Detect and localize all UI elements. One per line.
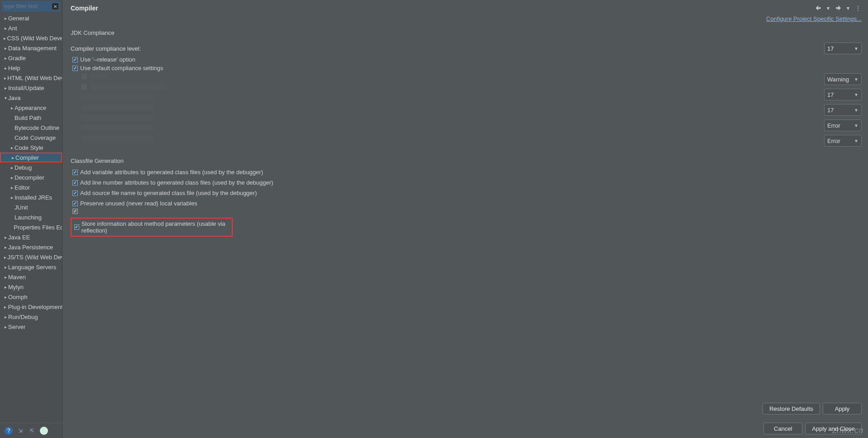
project-settings-link[interactable]: Configure Project Specific Settings...: [766, 15, 862, 22]
tree-item-run-debug[interactable]: ▸Run/Debug: [0, 312, 62, 322]
store-method-params-check[interactable]: ✓ Store information about method paramet…: [74, 220, 229, 234]
chevron-down-icon: ▼: [854, 108, 858, 113]
expand-icon: ▸: [9, 185, 14, 190]
tree-item-java-persistence[interactable]: ▸Java Persistence: [0, 242, 62, 252]
checkbox-icon: ✓: [72, 190, 78, 196]
tree-item-label: Code Coverage: [14, 134, 56, 141]
forward-menu-icon[interactable]: ▾: [844, 5, 852, 12]
dropdown-value: Warning: [827, 76, 852, 83]
back-menu-icon[interactable]: ▾: [825, 5, 832, 12]
tree-item-ant[interactable]: ▸Ant: [0, 23, 62, 33]
checkbox-icon: ✓: [72, 66, 78, 71]
classfile-check-1[interactable]: ✓Add line number attributes to generated…: [71, 179, 862, 186]
footer-button-bar: Cancel Apply and Close: [71, 414, 862, 434]
tree-item-bytecode-outline[interactable]: Bytecode Outline: [0, 123, 62, 133]
tree-item-label: Build Path: [14, 114, 41, 121]
checkbox-icon: ✓: [74, 224, 79, 230]
expand-icon: ▸: [3, 76, 7, 81]
preferences-tree[interactable]: ▸General▸Ant▸CSS (Wild Web Developm▸Data…: [0, 13, 62, 423]
filter-box[interactable]: ✕: [2, 1, 60, 12]
compliance-level-dropdown[interactable]: 17 ▼: [824, 43, 862, 54]
expand-icon: ▸: [3, 26, 8, 31]
forward-icon[interactable]: 🡲: [834, 5, 842, 12]
tree-item-label: Bytecode Outline: [14, 124, 59, 131]
tree-item-language-servers[interactable]: ▸Language Servers: [0, 262, 62, 272]
tree-item-label: Help: [8, 65, 20, 71]
tree-item-java[interactable]: ▾Java: [0, 93, 62, 103]
expand-icon: ▸: [3, 275, 8, 280]
tree-item-label: Properties Files Edito: [14, 224, 62, 231]
tree-item-install-update[interactable]: ▸Install/Update: [0, 83, 62, 93]
back-icon[interactable]: 🡰: [815, 5, 822, 12]
apply-button[interactable]: Apply: [823, 403, 862, 414]
tree-item-code-coverage[interactable]: Code Coverage: [0, 133, 62, 143]
tree-item-editor[interactable]: ▸Editor: [0, 182, 62, 192]
expand-icon: ▸: [3, 255, 7, 260]
view-menu-icon[interactable]: ⋮: [854, 5, 862, 12]
tree-item-debug[interactable]: ▸Debug: [0, 162, 62, 172]
release-option-check[interactable]: ✓ Use '--release' option: [71, 56, 862, 63]
default-settings-check[interactable]: ✓ Use default compliance settings: [71, 65, 862, 71]
check-label: Add source file name to generated class …: [80, 190, 257, 196]
tree-item-plug-in-development[interactable]: ▸Plug-in Development: [0, 302, 62, 312]
tree-item-label: Code Style: [14, 144, 43, 151]
help-icon[interactable]: ?: [5, 427, 13, 435]
tree-item-appearance[interactable]: ▸Appearance: [0, 103, 62, 113]
oomph-icon[interactable]: [40, 427, 48, 435]
tree-item-code-style[interactable]: ▸Code Style: [0, 143, 62, 152]
tree-item-label: HTML (Wild Web Develo: [7, 75, 62, 81]
classfile-section: Classfile Generation ✓Add variable attri…: [71, 157, 862, 237]
tree-item-properties-files-edito[interactable]: Properties Files Edito: [0, 222, 62, 232]
tree-item-mylyn[interactable]: ▸Mylyn: [0, 282, 62, 292]
dropdown-value: Error: [827, 138, 852, 144]
tree-item-label: General: [8, 15, 29, 22]
tree-item-maven[interactable]: ▸Maven: [0, 272, 62, 282]
tree-item-build-path[interactable]: Build Path: [0, 113, 62, 123]
disabled-dropdown-4: Error▼: [824, 135, 862, 147]
tree-item-decompiler[interactable]: ▸Decompiler: [0, 172, 62, 182]
restore-defaults-button[interactable]: Restore Defaults: [762, 403, 820, 414]
tree-item-installed-jres[interactable]: ▸Installed JREs: [0, 192, 62, 202]
chevron-down-icon: ▼: [854, 92, 858, 97]
blank-check[interactable]: ✓: [71, 209, 862, 214]
tree-item-label: Run/Debug: [8, 314, 38, 320]
tree-item-server[interactable]: ▸Server: [0, 322, 62, 332]
export-icon[interactable]: ⇱: [28, 427, 36, 435]
expand-icon: ▸: [3, 265, 8, 270]
tree-item-general[interactable]: ▸General: [0, 13, 62, 23]
expand-icon: ▸: [10, 155, 15, 160]
checkbox-icon: ✓: [72, 180, 78, 186]
jdk-heading: JDK Compliance: [71, 29, 862, 36]
store-method-params-highlight: ✓ Store information about method paramet…: [71, 218, 233, 237]
chevron-down-icon: ▼: [854, 123, 858, 128]
tree-item-help[interactable]: ▸Help: [0, 63, 62, 73]
expand-icon: ▸: [9, 165, 14, 170]
tree-item-label: Ant: [8, 25, 17, 32]
tree-item-launching[interactable]: Launching: [0, 212, 62, 222]
tree-item-label: Maven: [8, 274, 26, 281]
check-label: Store information about method parameter…: [82, 220, 229, 234]
apply-close-button[interactable]: Apply and Close: [805, 423, 862, 434]
cancel-button[interactable]: Cancel: [763, 423, 802, 434]
tree-item-java-ee[interactable]: ▸Java EE: [0, 232, 62, 242]
import-icon[interactable]: ⇲: [16, 427, 24, 435]
tree-item-oomph[interactable]: ▸Oomph: [0, 292, 62, 302]
expand-icon: ▸: [3, 245, 8, 250]
tree-item-junit[interactable]: JUnit: [0, 202, 62, 212]
expand-icon: ▸: [9, 175, 14, 180]
classfile-check-3[interactable]: ✓Preserve unused (never read) local vari…: [71, 200, 862, 207]
tree-item-compiler[interactable]: ▸Compiler: [0, 152, 62, 162]
tree-item-label: Gradle: [8, 55, 26, 62]
action-button-bar: Restore Defaults Apply: [71, 398, 862, 414]
classfile-check-2[interactable]: ✓Add source file name to generated class…: [71, 190, 862, 196]
expand-icon: ▸: [3, 36, 7, 41]
tree-item-js-ts-wild-web-develo[interactable]: ▸JS/TS (Wild Web Develo: [0, 252, 62, 262]
tree-item-html-wild-web-develo[interactable]: ▸HTML (Wild Web Develo: [0, 73, 62, 83]
classfile-check-0[interactable]: ✓Add variable attributes to generated cl…: [71, 169, 862, 176]
clear-filter-icon[interactable]: ✕: [52, 3, 58, 10]
tree-item-gradle[interactable]: ▸Gradle: [0, 53, 62, 63]
tree-item-css-wild-web-developm[interactable]: ▸CSS (Wild Web Developm: [0, 33, 62, 43]
tree-item-label: Debug: [14, 164, 32, 171]
filter-input[interactable]: [4, 3, 50, 10]
tree-item-data-management[interactable]: ▸Data Management: [0, 43, 62, 53]
